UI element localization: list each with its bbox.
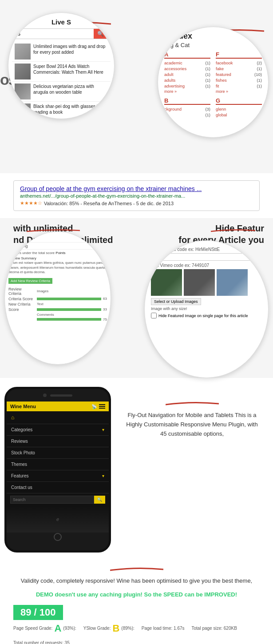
- phone-right-text: Fly-Out Navigation for Mobile and Tablet…: [126, 412, 257, 437]
- tag-row: global: [216, 112, 262, 117]
- tag-more-f[interactable]: more »: [216, 89, 262, 94]
- phone-image-label: e: [56, 517, 59, 522]
- tag-row: glenn: [216, 107, 262, 111]
- tag-row: fit(1): [216, 83, 262, 88]
- featured-hide-checkbox[interactable]: [151, 313, 157, 318]
- menu-label-themes: Themes: [11, 462, 27, 467]
- featured-img-2: [184, 269, 215, 296]
- page-size-label: Total page size: 620KB: [192, 626, 237, 631]
- phone-search-row: 🔍: [7, 493, 109, 506]
- add-review-criteria-button[interactable]: Add New Review Criteria: [8, 278, 52, 284]
- result-thumb-1: [15, 44, 31, 60]
- tag-row: academic(1): [164, 60, 210, 65]
- page-speed-label: Page Speed Grade:: [13, 626, 52, 631]
- google-result-title[interactable]: Group of people at the gym exercising on…: [20, 185, 253, 192]
- tag-letter-a: A: [164, 51, 210, 59]
- live-search-button[interactable]: 🔍: [94, 29, 107, 39]
- tag-letter-f: F: [216, 51, 262, 59]
- result-thumb-3: [15, 83, 31, 99]
- live-search-input[interactable]: [15, 29, 94, 38]
- speed-score-section: 89 / 100 Page Speed Grade: A (93%): YSlo…: [13, 605, 260, 644]
- phone-screen: Wine Menu 📡 ⌂ Categories ▾ Reviews: [7, 402, 109, 533]
- tag-index-subtitle: Tag & Cat: [164, 42, 262, 48]
- swoosh-validity-wrap: [13, 566, 260, 574]
- menu-label-categories: Categories: [11, 427, 32, 432]
- tag-index-circle: g Index Tag & Cat A academic(1) accessor…: [158, 27, 269, 138]
- tag-col-a: A academic(1) accessories(1) adult(1) ad…: [164, 51, 210, 118]
- tag-col-f: F facebook(2) fake(1) featured(10) fishe…: [216, 51, 262, 118]
- swoosh-featured: [211, 227, 255, 235]
- demo-green-text: DEMO doesn't use any caching plugin! So …: [36, 591, 237, 598]
- featured-circle: Add Youtube code ex: HirMieNSttE Add Vim…: [144, 240, 269, 378]
- review-appears-under: appears under the total score Points: [8, 251, 107, 255]
- home-icon: ⌂: [11, 414, 14, 421]
- phone-menu-item-reviews[interactable]: Reviews: [7, 436, 109, 447]
- tag-columns: A academic(1) accessories(1) adult(1) ad…: [164, 51, 262, 118]
- phone-search-button[interactable]: 🔍: [94, 496, 105, 504]
- criteria-bar-3: 75: [8, 318, 107, 322]
- phone-menu-item-home[interactable]: ⌂: [7, 411, 109, 424]
- phone-menu-item-features[interactable]: Features ▾: [7, 470, 109, 482]
- phone-nav-icons: 📡: [91, 404, 105, 409]
- phone-nav-bar: Wine Menu 📡: [7, 402, 109, 411]
- menu-label-stockphoto: Stock Photo: [11, 450, 35, 455]
- featured-youtube-input[interactable]: [151, 253, 262, 261]
- yslow-pct: (89%):: [121, 626, 134, 631]
- review-criteria-section: Review Criteria Images Criteria Score 63…: [8, 287, 107, 322]
- menu-label-features: Features: [11, 473, 28, 478]
- grade-item-size: Total page size: 620KB: [192, 624, 237, 633]
- yslow-label: YSlow Grade:: [83, 626, 111, 631]
- featured-youtube-label: Add Youtube code ex: HirMieNSttE: [151, 247, 262, 252]
- grade-item-load: Page load time: 1.67s: [142, 624, 185, 633]
- tag-row: (1): [164, 112, 210, 117]
- criteria-bar-images: [37, 298, 101, 300]
- validity-text: Validity code, completely responsive! Wi…: [13, 576, 260, 586]
- google-result-box: Group of people at the gym exercising on…: [13, 180, 260, 211]
- review-summary: Review Summary Mirum est notare quam lit…: [8, 256, 107, 275]
- phone-menu-item-categories[interactable]: Categories ▾: [7, 424, 109, 436]
- featured-select-button[interactable]: Select or Upload Images: [151, 298, 201, 305]
- demo-highlight-text: DEMO doesn't use any caching plugin! So …: [13, 590, 260, 600]
- tag-row: ckground(3): [164, 107, 210, 111]
- criteria-bar-2: Score 33: [8, 307, 107, 312]
- chevron-down-icon-2: ▾: [102, 473, 104, 478]
- criteria-bar-1: Criteria Score 63: [8, 297, 107, 301]
- page-speed-grade: A: [54, 624, 61, 633]
- section-search-result: Group of people at the gym exercising on…: [0, 173, 273, 218]
- result-text-2: Super Bowl 2014 Ads Watch Commercials: W…: [33, 64, 108, 75]
- grade-item-pagespeed: Page Speed Grade: A (93%):: [13, 624, 76, 633]
- phone-speaker: [50, 394, 72, 397]
- section-live-search-tag: ost Live S 🔍 Unlimited images with drag …: [0, 0, 273, 173]
- tag-more-a[interactable]: more »: [164, 89, 210, 94]
- menu-label-reviews: Reviews: [11, 439, 28, 444]
- tag-letter-g: G: [216, 97, 262, 105]
- hamburger-icon[interactable]: [99, 404, 105, 409]
- tag-row: fishes(1): [216, 78, 262, 83]
- load-time-label: Page load time: 1.67s: [142, 626, 185, 631]
- phone-menu-item-themes[interactable]: Themes: [7, 459, 109, 470]
- phone-search-input[interactable]: [10, 496, 94, 504]
- search-result-4: Black shar-pei dog with glasses is readi…: [12, 102, 111, 119]
- phone-nav-title: Wine Menu: [10, 404, 36, 409]
- grade-item-requests: Total number of requests: 35: [13, 640, 70, 644]
- section-speed: Validity code, completely responsive! Wi…: [0, 561, 273, 644]
- live-search-circle: Live S 🔍 Unlimited images with drag and …: [8, 12, 115, 119]
- phone-bottom-image: e: [7, 506, 109, 533]
- criteria-row-1: Review Criteria Images: [8, 287, 107, 296]
- phone-menu-item-contact[interactable]: Contact us: [7, 482, 109, 493]
- phone-home-button[interactable]: [54, 533, 62, 541]
- section-phone: Wine Menu 📡 ⌂ Categories ▾ Reviews: [0, 378, 273, 561]
- yslow-grade: B: [112, 624, 119, 633]
- tag-row: accessories(1): [164, 66, 210, 71]
- live-search-bar[interactable]: 🔍: [15, 28, 108, 39]
- tag-row: adults(1): [164, 78, 210, 83]
- google-result-meta: ★★★★☆ Valoración: 85% - Reseña de AnThem…: [20, 200, 253, 206]
- swoosh-flyout: [166, 400, 219, 406]
- tag-row: advertising(1): [164, 83, 210, 88]
- google-result-url: anthemes.net/.../group-of-people-at-the-…: [20, 193, 253, 199]
- search-result-3: Delicious vegetarian pizza with arugula …: [12, 82, 111, 102]
- phone-menu-item-stockphoto[interactable]: Stock Photo: [7, 447, 109, 459]
- featured-images: [151, 269, 262, 296]
- featured-hide-row: Hide Featured Image on single page for t…: [151, 313, 262, 318]
- criteria-row-2: New Criteria Text: [8, 302, 107, 306]
